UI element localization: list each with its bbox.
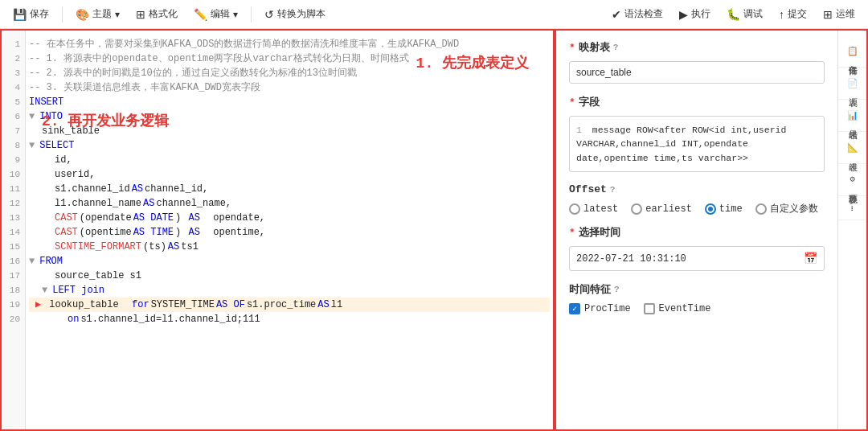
offset-section: Offset ? latest earliest time [569,183,825,216]
fields-box: 1 message ROW<after ROW<id int,userid VA… [569,116,825,172]
source-table-icon: 📄 [847,77,858,88]
code-line-20: on s1.channel_id=l1.channel_id;111 [29,312,550,326]
code-line-8: ▼SELECT [29,138,550,153]
select-time-section: * 选择时间 2022-07-21 10:31:10 📅 [569,225,825,271]
save-icon: 💾 [13,8,27,21]
chevron-down-icon: ▾ [233,9,238,20]
mapping-table-section: * 映射表 ? [569,40,825,55]
chevron-down-icon: ▾ [115,9,120,20]
toolbar: 💾 保存 🎨 主题 ▾ ⊞ 格式化 ✏️ 编辑 ▾ ↺ 转换为脚本 ✔ 语法检查… [0,0,868,29]
proc-time-checkbox[interactable]: ✓ ProcTime [569,303,631,314]
save-button[interactable]: 💾 保存 [6,4,55,24]
mapping-help-icon[interactable]: ? [613,43,619,52]
code-line-15: SCNTIME_FORMART (ts) AS ts1 [29,240,550,254]
ops-icon: ⊞ [823,8,833,21]
radio-circle-time [705,203,716,215]
time-input-row[interactable]: 2022-07-21 10:31:10 📅 [569,246,825,271]
separator2 [251,6,252,23]
event-time-checkbox-box [644,303,655,314]
code-line-16: ▼FROM [29,254,550,269]
offset-latest-radio[interactable]: latest [569,203,618,215]
main-layout: 1. 先完成表定义 2. 再开发业务逻辑 1 2 3 4 5 6 7 8 9 1… [0,29,868,431]
syntax-button[interactable]: ✔ 语法检查 [605,4,669,24]
mapping-table-input[interactable] [569,61,825,84]
fields-section: * 字段 [569,95,825,109]
event-time-checkbox[interactable]: EventTime [644,303,711,314]
code-line-12: l1.channel_name AS channel_name, [29,196,550,211]
code-line-14: CAST (opentime AS TIME ) AS opentime, [29,225,550,240]
radio-circle-custom [755,203,767,215]
code-line-17: source_table s1 [29,269,550,283]
run-button[interactable]: ▶ 执行 [673,4,717,24]
offset-earliest-radio[interactable]: earliest [631,203,692,215]
format-button[interactable]: ⊞ 格式化 [129,4,184,24]
syntax-icon: ✔ [612,8,621,21]
offset-time-radio[interactable]: time [705,203,743,215]
format-icon: ⊞ [136,8,145,21]
code-line-1: -- 在本任务中，需要对采集到KAFKA_ODS的数据进行简单的数据清洗和维度丰… [29,37,550,51]
calendar-icon[interactable]: 📅 [804,252,817,265]
sidebar-item-more[interactable]: ⋯ [838,198,866,220]
right-panel: * 映射表 ? * 字段 1 message ROW<after ROW<id … [555,29,868,431]
debug-icon: 🐛 [727,8,740,21]
env-params-icon: ⚙️ [847,174,858,184]
ops-button[interactable]: ⊞ 运维 [817,4,862,24]
offset-help-icon[interactable]: ? [610,185,616,195]
submit-icon: ↑ [779,8,784,21]
radio-circle-earliest [631,203,642,215]
time-feature-help-icon[interactable]: ? [614,285,620,294]
time-feature-checkboxes: ✓ ProcTime EventTime [569,303,825,314]
code-line-5: INSERT [29,95,550,109]
code-line-18: ▼ LEFT join [29,283,550,298]
convert-button[interactable]: ↺ 转换为脚本 [258,4,332,24]
right-sidebar: 📋 任务详情 📄 源表 📊 结果表 📐 维表 ⚙️ 环境参数 ⋯ [837,31,866,429]
submit-button[interactable]: ↑ 提交 [772,4,813,24]
right-content: * 映射表 ? * 字段 1 message ROW<after ROW<id … [556,31,837,429]
sidebar-item-result-table[interactable]: 📊 结果表 [838,101,866,132]
code-line-9: id, [29,153,550,167]
editor-panel: 1. 先完成表定义 2. 再开发业务逻辑 1 2 3 4 5 6 7 8 9 1… [0,29,555,431]
radio-circle-latest [569,203,580,215]
task-detail-icon: 📋 [847,45,858,55]
code-line-4: -- 3. 关联渠道信息维表，丰富KAFKA_DWD宽表字段 [29,80,550,95]
sidebar-item-source-table[interactable]: 📄 源表 [838,69,866,100]
code-line-7: sink_table [29,124,550,138]
toolbar-right: ✔ 语法检查 ▶ 执行 🐛 调试 ↑ 提交 ⊞ 运维 [605,4,862,24]
run-icon: ▶ [679,8,688,21]
theme-button[interactable]: 🎨 主题 ▾ [69,4,126,24]
code-line-19: ▶ lookup_table for SYSTEM_TIME AS OF s1.… [29,298,550,312]
edit-icon: ✏️ [194,8,207,21]
line-numbers: 1 2 3 4 5 6 7 8 9 10 11 12 13 14 15 16 1… [2,31,26,429]
code-line-3: -- 2. 源表中的时间戳是10位的，通过自定义函数转化为标准的13位时间戳 [29,66,550,80]
code-line-10: userid, [29,167,550,182]
sidebar-item-dimension-table[interactable]: 📐 维表 [838,133,866,164]
debug-button[interactable]: 🐛 调试 [720,4,769,24]
code-line-2: -- 1. 将源表中的opendate、opentime两字段从varchar格… [29,51,550,66]
code-line-6: ▼INTO [29,109,550,124]
code-area[interactable]: -- 在本任务中，需要对采集到KAFKA_ODS的数据进行简单的数据清洗和维度丰… [26,31,553,429]
time-feature-section: 时间特征 ? ✓ ProcTime EventTime [569,282,825,314]
result-table-icon: 📊 [847,109,858,120]
more-icon: ⋯ [847,206,858,211]
proc-time-checkbox-box: ✓ [569,303,580,314]
code-line-13: CAST (opendate AS DATE ) AS opendate, [29,211,550,225]
edit-button[interactable]: ✏️ 编辑 ▾ [187,4,244,24]
separator [62,6,63,23]
convert-icon: ↺ [264,8,274,21]
offset-radio-group: latest earliest time 自定义参数 [569,202,825,216]
sidebar-item-env-params[interactable]: ⚙️ 环境参数 [838,166,866,196]
dimension-table-icon: 📐 [847,142,858,152]
code-line-11: s1.channel_id AS channel_id, [29,182,550,196]
editor-content[interactable]: 1 2 3 4 5 6 7 8 9 10 11 12 13 14 15 16 1… [2,31,553,429]
sidebar-item-task-detail[interactable]: 📋 任务详情 [838,37,866,68]
offset-custom-radio[interactable]: 自定义参数 [755,202,818,216]
theme-icon: 🎨 [76,8,89,21]
